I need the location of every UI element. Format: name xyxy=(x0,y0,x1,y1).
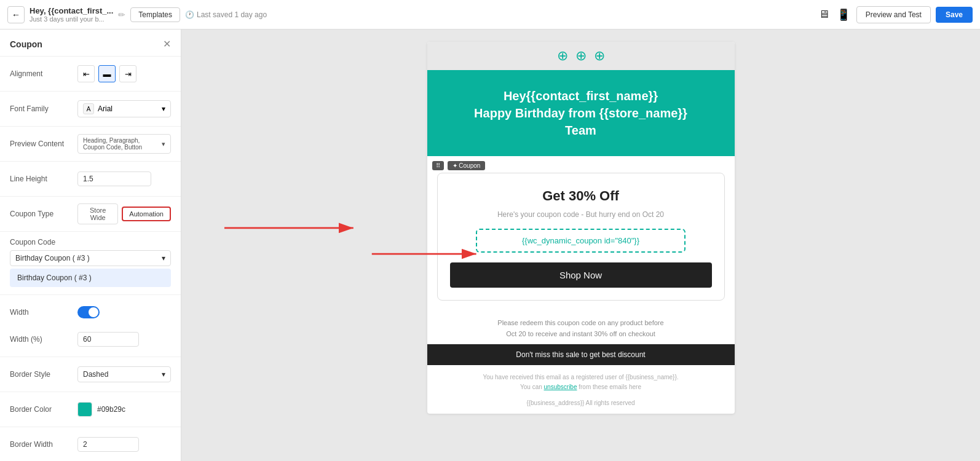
saved-label: 🕐 Last saved 1 day ago xyxy=(185,10,267,19)
social-icon-3: ⊕ xyxy=(594,48,605,64)
panel-title: Coupon xyxy=(10,39,42,49)
preview-content-row: Preview Content Heading, Paragraph, Coup… xyxy=(10,133,171,155)
align-right-button[interactable]: ⇥ xyxy=(119,65,136,82)
coupon-type-control: Store Wide Automation xyxy=(77,203,171,224)
email-hero: Hey{{contact_first_name}} Happy Birthday… xyxy=(427,70,735,156)
coupon-tag-label: Coupon xyxy=(459,162,480,169)
coupon-code-dropdown-item[interactable]: Birthday Coupon ( #3 ) xyxy=(10,269,171,287)
width-toggle-control xyxy=(77,306,171,318)
coupon-code-dropdown-icon: ▾ xyxy=(162,254,165,262)
font-dropdown-icon: ▾ xyxy=(162,104,165,113)
font-family-section: Font Family A Arial ▾ xyxy=(0,92,181,127)
font-family-label: Font Family xyxy=(10,104,77,113)
border-width-label: Border Width xyxy=(10,440,77,449)
hero-text: Hey{{contact_first_name}} Happy Birthday… xyxy=(442,87,720,139)
preview-content-selector[interactable]: Heading, Paragraph, Coupon Code, Button … xyxy=(77,134,171,154)
coupon-block-wrapper: ⠿ ✦ Coupon Get 30% Off Here's your coupo… xyxy=(427,156,735,301)
clock-icon: 🕐 xyxy=(185,10,194,19)
social-icon-1: ⊕ xyxy=(557,48,568,64)
right-canvas: ⊕ ⊕ ⊕ Hey{{contact_first_name}} Happy Bi… xyxy=(181,30,980,461)
font-family-value: Arial xyxy=(98,104,113,113)
templates-button[interactable]: Templates xyxy=(130,7,180,22)
font-family-row: Font Family A Arial ▾ xyxy=(10,98,171,120)
width-pct-input[interactable] xyxy=(77,332,139,347)
store-wide-button[interactable]: Store Wide xyxy=(77,203,118,224)
hero-line3: Team xyxy=(565,124,596,137)
width-pct-row: Width (%) xyxy=(10,328,171,350)
font-preview-icon: A xyxy=(83,103,94,114)
alignment-row: Alignment ⇤ ▬ ⇥ xyxy=(10,63,171,85)
email-footer-text: Please redeem this coupon code on any pr… xyxy=(427,310,735,344)
coupon-code-selected-value: Birthday Coupon ( #3 ) xyxy=(15,254,90,262)
alignment-label: Alignment xyxy=(10,69,77,78)
width-row: Width xyxy=(10,301,171,323)
topbar-right: Preview and Test Save xyxy=(856,6,973,23)
coupon-card: Get 30% Off Here's your coupon code - Bu… xyxy=(437,173,725,301)
line-height-section: Line Height xyxy=(0,162,181,197)
font-family-selector[interactable]: A Arial ▾ xyxy=(77,100,171,117)
topbar-center: 🖥 📱 xyxy=(818,8,850,22)
automation-button[interactable]: Automation xyxy=(122,207,171,221)
width-section: Width Width (%) xyxy=(0,295,181,357)
line-height-label: Line Height xyxy=(10,175,77,183)
topbar-left: ← Hey, {{contact_first_... Just 3 days u… xyxy=(7,6,812,23)
border-width-input[interactable] xyxy=(77,437,139,452)
coupon-type-label: Coupon Type xyxy=(10,210,77,218)
preview-content-dropdown-icon: ▾ xyxy=(162,140,165,148)
mobile-icon[interactable]: 📱 xyxy=(837,8,850,22)
border-style-row: Border Style Dashed ▾ xyxy=(10,363,171,385)
border-style-selector[interactable]: Dashed ▾ xyxy=(77,366,171,382)
coupon-code-label: Coupon Code xyxy=(10,238,77,246)
coupon-code-section: Coupon Code Birthday Coupon ( #3 ) ▾ Bir… xyxy=(0,232,181,295)
email-subtitle: Just 3 days until your b... xyxy=(30,15,113,23)
email-legal: You have received this email as a regist… xyxy=(427,365,735,400)
alignment-controls: ⇤ ▬ ⇥ xyxy=(77,65,171,82)
width-pct-label: Width (%) xyxy=(10,335,77,344)
width-pct-control xyxy=(77,332,171,347)
alignment-section: Alignment ⇤ ▬ ⇥ xyxy=(0,57,181,92)
email-banner: Don't miss this sale to get best discoun… xyxy=(427,344,735,365)
back-icon: ← xyxy=(12,10,20,20)
footer-line2: Oct 20 to receive and instant 30% off on… xyxy=(440,329,722,340)
email-preview: ⊕ ⊕ ⊕ Hey{{contact_first_name}} Happy Bi… xyxy=(427,42,735,414)
preview-content-value: Heading, Paragraph, Coupon Code, Button xyxy=(83,137,162,151)
border-width-control xyxy=(77,437,171,452)
legal-text-1: You have received this email as a regist… xyxy=(440,372,722,382)
coupon-move-button[interactable]: ⠿ xyxy=(432,161,444,170)
border-color-hex: #09b29c xyxy=(97,405,125,414)
border-style-dropdown-icon: ▾ xyxy=(162,370,165,379)
banner-text: Don't miss this sale to get best discoun… xyxy=(516,350,645,359)
border-style-control: Dashed ▾ xyxy=(77,366,171,382)
line-height-row: Line Height xyxy=(10,168,171,190)
border-width-section: Border Width xyxy=(0,427,181,461)
line-height-input[interactable] xyxy=(77,171,151,186)
font-family-control: A Arial ▾ xyxy=(77,100,171,117)
social-icon-2: ⊕ xyxy=(575,48,587,64)
shop-now-button[interactable]: Shop Now xyxy=(450,262,712,288)
topbar-title: Hey, {{contact_first_... Just 3 days unt… xyxy=(30,6,113,23)
desktop-icon[interactable]: 🖥 xyxy=(818,8,829,21)
back-button[interactable]: ← xyxy=(7,6,25,23)
coupon-tag[interactable]: ✦ Coupon xyxy=(448,161,486,170)
unsubscribe-link[interactable]: unsubscribe xyxy=(544,384,577,390)
coupon-code-row: Coupon Code Birthday Coupon ( #3 ) ▾ Bir… xyxy=(10,238,171,288)
coupon-heading: Get 30% Off xyxy=(450,188,712,204)
main-layout: Coupon ✕ Alignment ⇤ ▬ ⇥ Font Family A xyxy=(0,30,980,461)
save-button[interactable]: Save xyxy=(936,7,973,23)
coupon-tag-icon: ✦ xyxy=(452,162,457,169)
border-width-row: Border Width xyxy=(10,433,171,455)
close-icon[interactable]: ✕ xyxy=(163,38,171,50)
width-toggle[interactable] xyxy=(77,306,100,318)
align-center-button[interactable]: ▬ xyxy=(98,65,116,82)
left-panel: Coupon ✕ Alignment ⇤ ▬ ⇥ Font Family A xyxy=(0,30,181,461)
edit-icon[interactable]: ✏ xyxy=(118,10,125,20)
preview-and-test-button[interactable]: Preview and Test xyxy=(856,6,931,23)
align-left-button[interactable]: ⇤ xyxy=(77,65,95,82)
coupon-code-selector[interactable]: Birthday Coupon ( #3 ) ▾ xyxy=(10,250,171,266)
email-address: {{business_address}} All rights reserved xyxy=(427,400,735,414)
border-style-label: Border Style xyxy=(10,370,77,379)
border-color-label: Border Color xyxy=(10,405,77,414)
border-color-swatch[interactable] xyxy=(77,402,92,417)
move-icon: ⠿ xyxy=(436,162,440,169)
width-label: Width xyxy=(10,308,77,317)
